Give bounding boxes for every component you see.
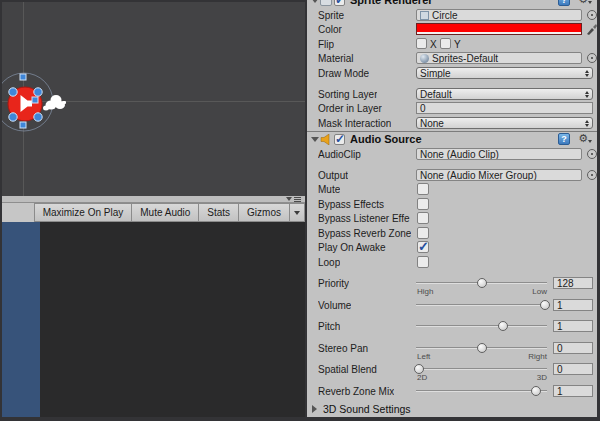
audioclip-object-field[interactable]: None (Audio Clip) — [416, 148, 582, 160]
field-label: Stereo Pan — [318, 343, 368, 354]
sprite-value: Circle — [432, 10, 458, 21]
mute-checkbox[interactable] — [417, 183, 429, 195]
stereo-pan-value-input[interactable]: 0 — [553, 342, 593, 354]
field-label: Spatial Blend — [318, 364, 377, 375]
cloud-sprite[interactable] — [43, 95, 66, 111]
slider-thumb[interactable] — [540, 300, 550, 310]
mask-interaction-row: Mask Interaction None — [307, 117, 597, 130]
volume-value-input[interactable]: 1 — [553, 299, 593, 311]
flip-row: Flip X Y — [307, 38, 597, 51]
field-label: Bypass Listener Effe — [318, 213, 410, 224]
3d-sound-settings-foldout[interactable]: 3D Sound Settings — [307, 403, 597, 416]
volume-value: 1 — [557, 300, 563, 311]
sprite-thumb-icon — [420, 11, 429, 20]
stereo-pan-row: Stereo Pan Left Right 0 — [307, 342, 597, 362]
scene-view[interactable] — [2, 2, 305, 196]
priority-value-input[interactable]: 128 — [553, 277, 593, 289]
pitch-row: Pitch 1 — [307, 320, 597, 333]
spatial-blend-row: Spatial Blend 2D 3D 0 — [307, 363, 597, 383]
field-label: Sorting Layer — [318, 89, 377, 100]
bypass-reverb-row: Bypass Reverb Zone — [307, 227, 597, 240]
flip-x-checkbox[interactable] — [416, 38, 427, 49]
volume-slider[interactable] — [416, 304, 547, 306]
field-label: Sprite — [318, 10, 344, 21]
bypass-listener-checkbox[interactable] — [417, 212, 429, 224]
output-row: Output None (Audio Mixer Group) — [307, 169, 597, 182]
gear-icon[interactable]: ⚙ — [578, 0, 588, 6]
slider-thumb[interactable] — [477, 343, 487, 353]
slider-thumb[interactable] — [498, 321, 508, 331]
bypass-effects-checkbox[interactable] — [417, 198, 429, 210]
bypass-effects-row: Bypass Effects — [307, 198, 597, 211]
sprite-renderer-header[interactable]: Sprite Renderer ? ⚙ — [307, 0, 597, 9]
spatial-blend-value-input[interactable]: 0 — [553, 363, 593, 375]
object-picker-icon[interactable] — [587, 53, 597, 63]
tab-menu-icon[interactable] — [294, 197, 301, 202]
sorting-layer-dropdown[interactable]: Default — [416, 88, 593, 100]
order-in-layer-input[interactable]: 0 — [416, 102, 593, 114]
audio-source-header[interactable]: Audio Source ? ⚙ — [307, 131, 597, 146]
sprite-object-field[interactable]: Circle — [416, 9, 582, 21]
tab-dropdown-icon[interactable] — [286, 197, 292, 201]
field-label: Material — [318, 53, 354, 64]
spatial-blend-slider[interactable] — [416, 368, 547, 370]
field-label: Pitch — [318, 321, 340, 332]
material-object-field[interactable]: Sprites-Default — [416, 52, 582, 64]
slider-thumb[interactable] — [531, 386, 541, 396]
eyedropper-icon[interactable] — [585, 23, 597, 36]
audioclip-value: None (Audio Clip) — [420, 149, 499, 160]
priority-slider[interactable] — [416, 282, 547, 284]
bypass-reverb-checkbox[interactable] — [417, 227, 429, 239]
flip-y-checkbox[interactable] — [440, 38, 451, 49]
help-icon[interactable]: ? — [558, 133, 570, 145]
field-label: Flip — [318, 39, 334, 50]
foldout-expanded-icon[interactable] — [311, 0, 319, 3]
slider-max-label: Right — [507, 352, 547, 361]
play-on-awake-checkbox[interactable] — [417, 241, 429, 253]
inspector-panel: Sprite Renderer ? ⚙ Sprite Circle Color — [307, 0, 597, 417]
priority-value: 128 — [557, 278, 574, 289]
spatial-blend-value: 0 — [557, 364, 563, 375]
bypass-listener-row: Bypass Listener Effe — [307, 212, 597, 225]
pitch-value: 1 — [557, 321, 563, 332]
mask-interaction-dropdown[interactable]: None — [416, 117, 593, 129]
reverb-zone-mix-slider[interactable] — [416, 390, 547, 392]
field-label: Output — [318, 170, 348, 181]
sorting-layer-row: Sorting Layer Default — [307, 88, 597, 101]
play-on-awake-row: Play On Awake — [307, 241, 597, 254]
draw-mode-dropdown[interactable]: Simple — [416, 67, 593, 79]
pitch-value-input[interactable]: 1 — [553, 320, 593, 332]
stereo-pan-slider[interactable] — [416, 347, 547, 349]
gear-icon[interactable]: ⚙ — [578, 132, 588, 145]
output-object-field[interactable]: None (Audio Mixer Group) — [416, 169, 582, 181]
game-view[interactable] — [2, 222, 305, 417]
pitch-slider[interactable] — [416, 325, 547, 327]
object-picker-icon[interactable] — [587, 149, 597, 159]
order-in-layer-row: Order in Layer 0 — [307, 102, 597, 115]
object-picker-icon[interactable] — [587, 170, 597, 180]
maximize-on-play-button[interactable]: Maximize On Play — [34, 203, 132, 222]
loop-checkbox[interactable] — [417, 256, 429, 268]
material-value: Sprites-Default — [432, 53, 498, 64]
field-label: Bypass Reverb Zone — [318, 228, 411, 239]
object-picker-icon[interactable] — [587, 10, 597, 20]
field-label: AudioClip — [318, 149, 361, 160]
component-enabled-checkbox[interactable] — [334, 0, 345, 6]
unity-editor-window: Maximize On Play Mute Audio Stats Gizmos… — [0, 0, 600, 421]
slider-max-label: Low — [507, 287, 547, 296]
slider-min-label: Left — [417, 352, 430, 361]
color-swatch[interactable] — [416, 23, 582, 35]
gizmos-dropdown-button[interactable] — [289, 203, 305, 222]
output-value: None (Audio Mixer Group) — [420, 170, 537, 181]
component-enabled-checkbox[interactable] — [334, 134, 345, 145]
reverb-zone-mix-value-input[interactable]: 1 — [553, 385, 593, 397]
sprite-row: Sprite Circle — [307, 9, 597, 22]
slider-thumb[interactable] — [477, 278, 487, 288]
help-icon[interactable]: ? — [558, 0, 570, 6]
foldout-expanded-icon[interactable] — [311, 137, 319, 142]
popup-arrows-icon — [585, 70, 589, 77]
gizmos-button[interactable]: Gizmos — [238, 203, 289, 222]
stats-button[interactable]: Stats — [198, 203, 238, 222]
mute-audio-button[interactable]: Mute Audio — [131, 203, 198, 222]
reverb-zone-mix-value: 1 — [557, 386, 563, 397]
